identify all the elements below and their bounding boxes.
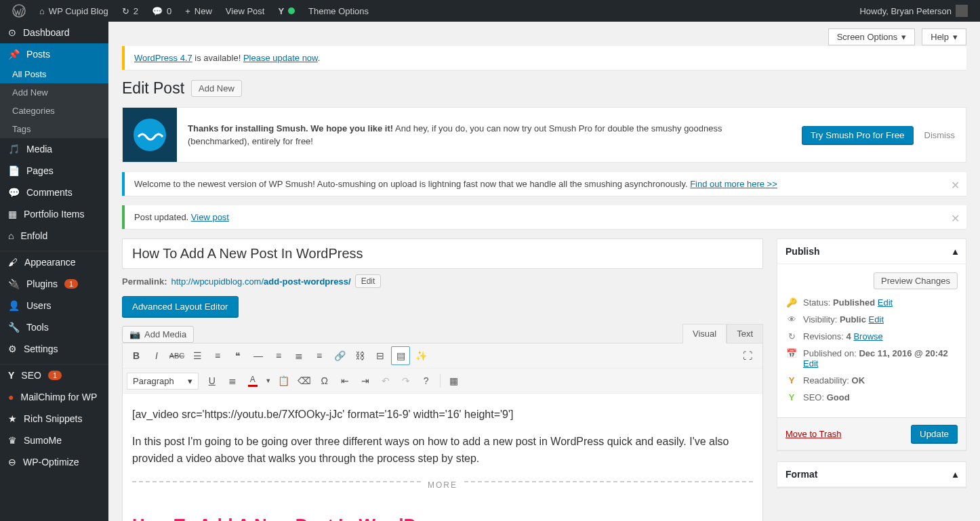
post-heading: How To Add A New Post In WordPress [132, 512, 753, 521]
wp-version-link[interactable]: WordPress 4.7 [134, 53, 192, 63]
view-post-link[interactable]: View Post [219, 0, 272, 22]
tab-visual[interactable]: Visual [682, 324, 727, 343]
comments-link[interactable]: 💬0 [145, 0, 178, 22]
shortcode-button[interactable]: ▦ [445, 371, 464, 390]
hr-button[interactable]: — [249, 346, 268, 365]
italic-button[interactable]: I [147, 346, 166, 365]
advanced-layout-editor-button[interactable]: Advanced Layout Editor [122, 296, 239, 317]
align-justify-button[interactable]: ≣ [223, 371, 242, 390]
update-now-link[interactable]: Please update now [243, 53, 318, 63]
fullscreen-button[interactable]: ⛶ [738, 346, 757, 365]
more-tag-button[interactable]: ⊟ [371, 346, 390, 365]
smush-welcome-notice: Welcome to the newest version of WP Smus… [122, 172, 966, 196]
howdy-user[interactable]: Howdy, Bryan Peterson [853, 0, 975, 22]
editor-content-area[interactable]: [av_video src='https://youtu.be/7XfOOky-… [123, 394, 762, 521]
new-link[interactable]: +New [178, 0, 219, 22]
submenu-categories[interactable]: Categories [0, 102, 108, 120]
update-button[interactable]: Update [911, 425, 958, 443]
redo-button[interactable]: ↷ [396, 371, 415, 390]
menu-comments[interactable]: 💬Comments [0, 182, 108, 203]
bulleted-list-button[interactable]: ☰ [188, 346, 207, 365]
outdent-button[interactable]: ⇤ [335, 371, 354, 390]
menu-enfold[interactable]: ⌂Enfold [0, 225, 108, 247]
submenu-tags[interactable]: Tags [0, 120, 108, 138]
unlink-button[interactable]: ⛓ [350, 346, 369, 365]
menu-mailchimp[interactable]: ●MailChimp for WP [0, 386, 108, 408]
help-button[interactable]: Help▾ [922, 28, 966, 45]
menu-media[interactable]: 🎵Media [0, 138, 108, 160]
post-title-input[interactable] [122, 238, 763, 269]
screen-options-button[interactable]: Screen Options▾ [828, 28, 916, 45]
paste-text-button[interactable]: 📋 [274, 371, 293, 390]
chevron-down-icon: ▾ [953, 32, 958, 42]
special-char-button[interactable]: Ω [315, 371, 334, 390]
yoast-status[interactable]: Y [271, 0, 302, 22]
submenu-all-posts[interactable]: All Posts [0, 65, 108, 83]
wp-logo[interactable] [5, 0, 33, 22]
permalink-link[interactable]: http://wpcupidblog.com/add-post-wordpres… [171, 276, 350, 287]
align-right-button[interactable]: ≡ [310, 346, 329, 365]
theme-options-link[interactable]: Theme Options [302, 0, 375, 22]
preview-changes-button[interactable]: Preview Changes [874, 272, 958, 289]
menu-seo[interactable]: YSEO1 [0, 364, 108, 386]
indent-button[interactable]: ⇥ [356, 371, 375, 390]
site-link[interactable]: ⌂WP Cupid Blog [33, 0, 115, 22]
calendar-icon: 📅 [785, 348, 798, 358]
magic-wand-button[interactable]: ✨ [411, 346, 430, 365]
edit-permalink-button[interactable]: Edit [355, 274, 382, 288]
menu-sumome[interactable]: ♛SumoMe [0, 430, 108, 451]
pin-icon: 📌 [8, 49, 20, 60]
menu-posts[interactable]: 📌Posts [0, 43, 108, 65]
plug-icon: 🔌 [8, 278, 20, 289]
menu-tools[interactable]: 🔧Tools [0, 316, 108, 338]
edit-status-link[interactable]: Edit [878, 297, 893, 308]
tab-text[interactable]: Text [727, 324, 763, 343]
menu-appearance[interactable]: 🖌Appearance [0, 251, 108, 273]
publish-box-head[interactable]: Publish▴ [777, 239, 966, 264]
dismiss-icon[interactable]: ✕ [951, 212, 960, 225]
updates-link[interactable]: ↻2 [115, 0, 145, 22]
numbered-list-button[interactable]: ≡ [208, 346, 227, 365]
dashboard-icon: ⊙ [8, 27, 16, 38]
dismiss-link[interactable]: Dismiss [924, 130, 956, 140]
edit-visibility-link[interactable]: Edit [869, 314, 884, 325]
menu-portfolio[interactable]: ▦Portfolio Items [0, 203, 108, 225]
blockquote-button[interactable]: ❝ [228, 346, 247, 365]
undo-button[interactable]: ↶ [376, 371, 395, 390]
menu-wpoptimize[interactable]: ⊖WP-Optimize [0, 451, 108, 473]
color-dropdown-icon[interactable]: ▼ [264, 371, 273, 390]
submenu-add-new[interactable]: Add New [0, 83, 108, 102]
strike-button[interactable]: ABC [167, 346, 186, 365]
toolbar-toggle-button[interactable]: ▤ [391, 346, 410, 365]
avatar [956, 5, 968, 17]
add-media-button[interactable]: 📷Add Media [122, 326, 194, 343]
align-left-button[interactable]: ≡ [269, 346, 288, 365]
menu-rich-snippets[interactable]: ★Rich Snippets [0, 408, 108, 430]
text-color-button[interactable]: A [243, 371, 262, 390]
browse-revisions-link[interactable]: Browse [853, 331, 882, 341]
refresh-icon: ↻ [122, 6, 129, 16]
view-post-link[interactable]: View post [191, 212, 229, 222]
menu-dashboard[interactable]: ⊙Dashboard [0, 22, 108, 43]
menu-plugins[interactable]: 🔌Plugins1 [0, 273, 108, 295]
more-tag-divider: MORE [132, 481, 753, 500]
bold-button[interactable]: B [127, 346, 146, 365]
menu-users[interactable]: 👤Users [0, 295, 108, 316]
add-new-button[interactable]: Add New [191, 80, 242, 97]
align-center-button[interactable]: ≣ [289, 346, 308, 365]
paragraph-select[interactable]: Paragraph▾ [127, 373, 199, 390]
home-icon: ⌂ [8, 230, 14, 241]
dismiss-icon[interactable]: ✕ [951, 179, 960, 192]
clear-format-button[interactable]: ⌫ [295, 371, 314, 390]
underline-button[interactable]: U [203, 371, 222, 390]
move-to-trash-link[interactable]: Move to Trash [785, 429, 841, 439]
menu-settings[interactable]: ⚙Settings [0, 338, 108, 360]
edit-date-link[interactable]: Edit [803, 358, 818, 369]
try-smush-pro-button[interactable]: Try Smush Pro for Free [802, 126, 914, 144]
link-button[interactable]: 🔗 [330, 346, 349, 365]
menu-pages[interactable]: 📄Pages [0, 160, 108, 182]
help-icon-button[interactable]: ? [417, 371, 436, 390]
find-out-more-link[interactable]: Find out more here >> [690, 179, 777, 189]
format-box-head[interactable]: Format▴ [777, 462, 966, 487]
brush-icon: 🖌 [8, 257, 18, 268]
